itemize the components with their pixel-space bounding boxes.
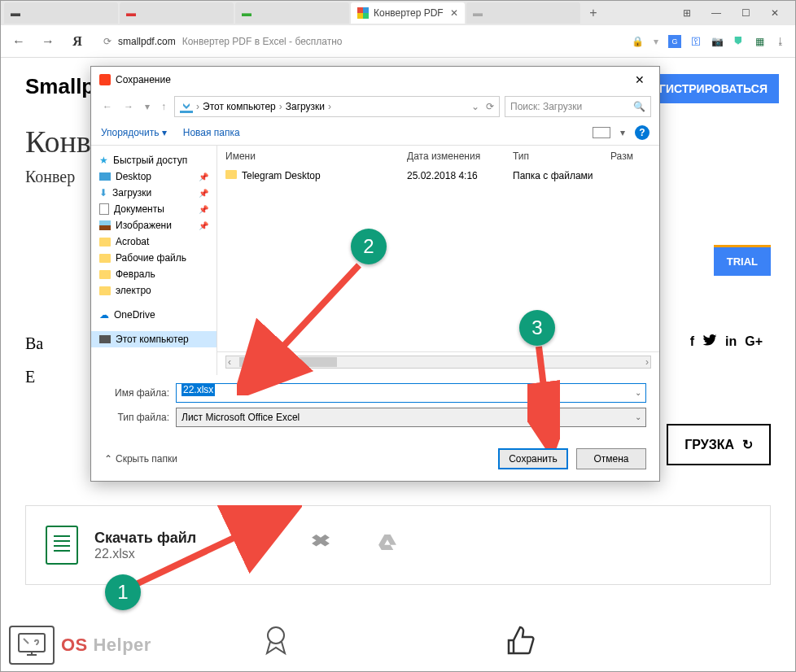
folder-icon: [99, 238, 111, 247]
window-controls: ⊞ — ☐ ✕: [680, 7, 792, 19]
scroll-left-icon[interactable]: ‹: [228, 356, 231, 368]
hide-folders-link[interactable]: ⌃Скрыть папки: [104, 453, 177, 465]
breadcrumb[interactable]: › Этот компьютер › Загрузки › ⌄ ⟳: [174, 96, 500, 117]
tree-onedrive[interactable]: ☁OneDrive: [91, 307, 216, 323]
bc-folder[interactable]: Загрузки: [286, 101, 325, 112]
save-button[interactable]: Сохранить: [498, 448, 568, 469]
forward-button[interactable]: →: [38, 34, 58, 49]
twitter-icon[interactable]: [702, 334, 717, 349]
onedrive-icon: ☁: [99, 309, 109, 321]
search-input[interactable]: Поиск: Загрузки 🔍: [505, 96, 651, 117]
folder-tree: ★Быстрый доступ Desktop📌 ⬇Загрузки📌 Доку…: [91, 146, 217, 375]
download-button-icon[interactable]: [245, 535, 263, 556]
gdrive-icon[interactable]: [378, 535, 396, 556]
new-folder-button[interactable]: Новая папка: [183, 127, 240, 138]
back-button[interactable]: ←: [9, 34, 28, 49]
tabs-overview-button[interactable]: ⊞: [680, 7, 694, 19]
callout-1: 1: [105, 574, 141, 610]
tab-5[interactable]: ▬: [466, 2, 580, 24]
tree-quick-access[interactable]: ★Быстрый доступ: [91, 152, 216, 168]
nav-history-icon[interactable]: ▾: [142, 101, 153, 112]
tree-documents[interactable]: Документы📌: [91, 201, 216, 217]
scroll-right-icon[interactable]: ›: [645, 356, 649, 368]
tab-4-active[interactable]: Конвертер PDF ✕: [351, 2, 465, 24]
window-maximize-button[interactable]: ☐: [738, 7, 753, 19]
window-close-button[interactable]: ✕: [768, 7, 782, 19]
tab-strip: ▬ ▬ ▬ Конвертер PDF ✕ ▬ + ⊞ — ☐ ✕: [1, 1, 795, 25]
reload-button[interactable]: ГРУЗКА ↻: [667, 424, 771, 465]
bc-root[interactable]: Этот компьютер: [203, 101, 276, 112]
googleplus-icon[interactable]: G+: [745, 334, 763, 349]
dialog-title: Сохранение: [116, 74, 171, 85]
key-ext-icon[interactable]: ⚿: [689, 35, 702, 48]
h-scrollbar[interactable]: ‹ ›: [225, 356, 651, 369]
new-tab-button[interactable]: +: [582, 6, 605, 20]
filetype-label: Тип файла:: [104, 412, 169, 423]
tab-3[interactable]: ▬: [235, 2, 349, 24]
nav-fwd-icon[interactable]: →: [120, 101, 137, 112]
translate-ext-icon[interactable]: G: [668, 35, 681, 48]
desktop-icon: [99, 172, 111, 181]
tree-thispc[interactable]: Этот компьютер: [91, 331, 216, 347]
tree-electro[interactable]: электро: [91, 282, 216, 299]
thumbs-up-icon[interactable]: [504, 624, 536, 657]
callout-2: 2: [351, 229, 387, 264]
dialog-buttons: ⌃Скрыть папки Сохранить Отмена: [91, 440, 659, 481]
bc-dropdown-icon[interactable]: ⌄: [471, 101, 479, 112]
cancel-button[interactable]: Отмена: [576, 448, 646, 469]
col-date[interactable]: Дата изменения: [407, 151, 513, 162]
organize-menu[interactable]: Упорядочить ▾: [101, 127, 167, 138]
file-icon: [46, 526, 78, 565]
folder-icon: [99, 270, 111, 279]
tree-work[interactable]: Рабочие файль: [91, 250, 216, 266]
col-type[interactable]: Тип: [513, 151, 610, 162]
shield-ext-icon[interactable]: ⛊: [732, 35, 745, 48]
bc-refresh-icon[interactable]: ⟳: [486, 101, 494, 112]
site-lock-icon[interactable]: 🔒: [632, 36, 644, 47]
bookmark-icon[interactable]: ▾: [654, 36, 658, 47]
window-minimize-button[interactable]: —: [709, 7, 724, 19]
filename-input[interactable]: 22.xlsx: [176, 383, 646, 403]
scroll-thumb[interactable]: [239, 357, 337, 367]
tab-1[interactable]: ▬: [4, 2, 118, 24]
filetype-select[interactable]: Лист Microsoft Office Excel: [176, 408, 646, 427]
svg-rect-1: [363, 7, 369, 13]
view-mode-button[interactable]: [593, 127, 610, 138]
folder-icon: [99, 254, 111, 263]
register-button[interactable]: ГИСТРИРОВАТЬСЯ: [648, 74, 779, 103]
svg-rect-6: [180, 111, 193, 113]
yandex-icon: [99, 74, 111, 85]
tab-2[interactable]: ▬: [120, 2, 234, 24]
reload-icon[interactable]: ⟳: [103, 36, 112, 47]
tree-acrobat[interactable]: Acrobat: [91, 233, 216, 250]
panel-line-2: E: [25, 368, 66, 386]
combo-arrow-icon[interactable]: ⌄: [635, 412, 641, 421]
trial-button[interactable]: TRIAL: [714, 245, 771, 276]
camera-ext-icon[interactable]: 📷: [711, 35, 724, 48]
file-row[interactable]: Telegram Desktop 25.02.2018 4:16 Папка с…: [217, 167, 659, 185]
facebook-icon[interactable]: f: [690, 334, 694, 349]
address-input[interactable]: ⟳ smallpdf.com Конвертер PDF в Excel - б…: [97, 33, 622, 50]
dialog-titlebar[interactable]: Сохранение ✕: [91, 67, 659, 93]
excel-ext-icon[interactable]: ▦: [753, 35, 766, 48]
tree-downloads[interactable]: ⬇Загрузки📌: [91, 185, 216, 201]
tree-desktop[interactable]: Desktop📌: [91, 168, 216, 185]
tree-feb[interactable]: Февраль: [91, 266, 216, 282]
tree-images[interactable]: Изображени📌: [91, 217, 216, 233]
extensions: G ⚿ 📷 ⛊ ▦ ⭳: [668, 35, 787, 48]
col-name[interactable]: Имени: [225, 151, 407, 162]
dialog-close-button[interactable]: ✕: [628, 72, 651, 88]
tab-favicon: ▬: [473, 7, 484, 19]
tab-close-icon[interactable]: ✕: [450, 7, 458, 19]
download-card: Скачать файл 22.xlsx: [25, 505, 771, 585]
nav-up-icon[interactable]: ↑: [158, 101, 169, 112]
help-button[interactable]: ?: [635, 125, 649, 140]
nav-back-icon[interactable]: ←: [99, 101, 116, 112]
col-size[interactable]: Разм: [610, 151, 651, 162]
dropbox-icon[interactable]: [312, 535, 330, 556]
download-indicator-icon[interactable]: ⭳: [774, 35, 787, 48]
view-dropdown-icon[interactable]: ▾: [620, 127, 625, 138]
yandex-home-button[interactable]: Я: [68, 34, 87, 49]
combo-arrow-icon[interactable]: ⌄: [635, 388, 641, 397]
linkedin-icon[interactable]: in: [725, 334, 737, 349]
